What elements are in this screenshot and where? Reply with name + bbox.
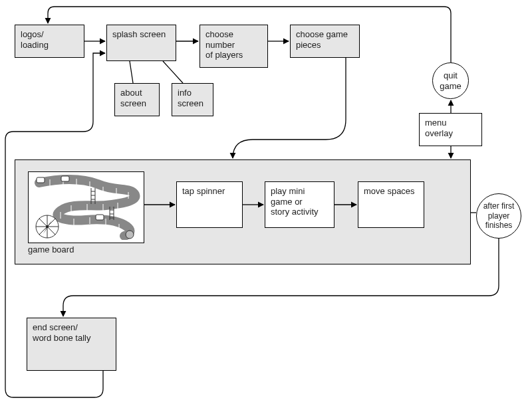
svg-point-36: [46, 225, 49, 228]
svg-line-41: [163, 61, 183, 83]
node-splash-screen: splash screen: [106, 25, 176, 61]
node-label: infoscreen: [178, 88, 203, 108]
node-label: move spaces: [364, 186, 415, 196]
node-choose-number: choosenumberof players: [200, 25, 268, 68]
node-label: quitgame: [440, 70, 462, 91]
node-game-board: [28, 171, 144, 243]
node-label: choosenumberof players: [205, 29, 243, 60]
node-after-first-player: after firstplayerfinishes: [476, 193, 521, 239]
node-about-screen: aboutscreen: [114, 83, 160, 116]
svg-rect-26: [37, 177, 45, 183]
caption-text: game board: [28, 245, 74, 255]
node-label: menu overlay: [425, 118, 453, 138]
node-choose-pieces: choose gamepieces: [290, 25, 360, 58]
node-label: play minigame orstory activity: [271, 186, 319, 217]
node-label: after firstplayerfinishes: [483, 201, 515, 230]
node-label: tap spinner: [182, 186, 225, 196]
svg-point-29: [126, 231, 134, 239]
node-menu-overlay: menu overlay: [419, 113, 482, 146]
game-board-caption: game board: [28, 245, 74, 255]
node-label: end screen/word bone tally: [33, 322, 90, 343]
node-logos-loading: logos/loading: [15, 25, 84, 58]
svg-rect-27: [61, 176, 69, 181]
node-info-screen: infoscreen: [172, 83, 213, 116]
node-move-spaces: move spaces: [358, 181, 424, 228]
node-label: choose gamepieces: [296, 29, 348, 50]
node-tap-spinner: tap spinner: [176, 181, 243, 228]
svg-line-40: [130, 61, 133, 83]
node-play-mini: play minigame orstory activity: [265, 181, 334, 228]
node-label: logos/loading: [21, 29, 49, 50]
svg-rect-28: [96, 215, 104, 220]
game-board-graphic: [31, 175, 141, 240]
node-quit-game: quitgame: [432, 62, 469, 99]
node-end-screen: end screen/word bone tally: [27, 318, 116, 371]
node-label: splash screen: [112, 29, 166, 39]
node-label: aboutscreen: [120, 88, 146, 108]
flow-diagram: logos/loading splash screen choosenumber…: [0, 0, 532, 408]
